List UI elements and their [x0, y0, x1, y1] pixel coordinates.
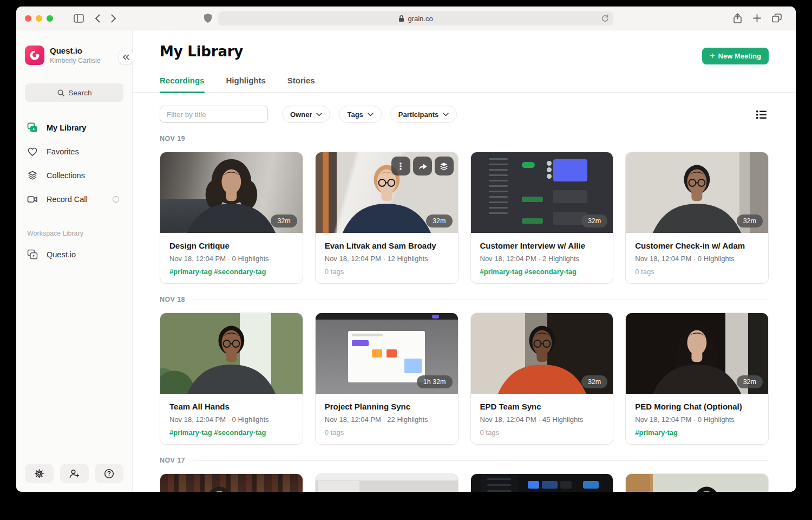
- add-to-collection-button[interactable]: [435, 157, 454, 176]
- privacy-shield-icon: [204, 13, 212, 25]
- tabs-icon: [772, 14, 782, 23]
- sidebar-item-label: My Library: [47, 123, 86, 132]
- collapse-sidebar-button[interactable]: [119, 50, 133, 64]
- recording-tags[interactable]: #primary-tag #secondary-tag: [169, 267, 293, 276]
- library-sections: NOV 19 32m Design Critique Nov 18, 12:04…: [160, 135, 769, 492]
- new-meeting-button[interactable]: + New Meeting: [702, 48, 769, 64]
- recording-card[interactable]: Team All Hands Nov 18, 12:04 PM · 0 High…: [160, 313, 303, 445]
- tags-filter-dropdown[interactable]: Tags: [339, 106, 381, 123]
- date-section: NOV 19 32m Design Critique Nov 18, 12:04…: [160, 135, 769, 284]
- recording-thumbnail: 32m: [626, 313, 768, 394]
- recording-tags[interactable]: #primary-tag: [635, 428, 759, 437]
- recording-card[interactable]: 32m EPD Team Sync Nov 18, 12:04 PM · 45 …: [470, 313, 614, 445]
- recordings-grid: 32m Design Critique Nov 18, 12:04 PM · 0…: [160, 152, 769, 284]
- sidebar-item-my-library[interactable]: My Library: [25, 116, 123, 140]
- filter-by-title-input[interactable]: [160, 106, 268, 123]
- more-options-button[interactable]: [391, 157, 410, 176]
- share-icon: [733, 13, 742, 24]
- duration-badge: 32m: [581, 375, 607, 388]
- close-window-button[interactable]: [25, 15, 31, 22]
- toggle-sidebar-button[interactable]: [74, 14, 84, 23]
- forward-button[interactable]: [111, 14, 116, 23]
- workspace-name: Quest.io: [50, 46, 101, 56]
- back-button[interactable]: [95, 14, 100, 23]
- date-divider: [193, 139, 769, 139]
- chevron-left-icon: [95, 14, 100, 23]
- recording-card[interactable]: 1h 32m Project Planning Sync Nov 18, 12:…: [315, 313, 459, 445]
- collections-layers-icon: [439, 161, 449, 171]
- recording-info: Customer Check-in w/ Adam Nov 18, 12:04 …: [626, 233, 768, 283]
- duration-badge: 32m: [737, 375, 763, 388]
- sidebar-item-label: Collections: [47, 171, 85, 180]
- zoom-window-button[interactable]: [47, 15, 53, 22]
- recording-card[interactable]: 32m PED Moring Chat (Optional) Nov 18, 1…: [625, 313, 769, 445]
- sidebar-item-workspace-questio[interactable]: Quest.io: [25, 243, 123, 266]
- gear-icon: [34, 469, 44, 479]
- duration-badge: 32m: [426, 214, 452, 227]
- recording-card[interactable]: [160, 473, 303, 492]
- recording-tags[interactable]: #primary-tag #secondary-tag: [480, 267, 604, 276]
- new-tab-button[interactable]: [753, 14, 761, 22]
- recording-card[interactable]: [625, 473, 769, 492]
- recording-card[interactable]: [315, 473, 459, 492]
- sidebar-icon: [74, 14, 84, 23]
- search-input[interactable]: Search: [25, 83, 123, 102]
- share-recording-button[interactable]: [413, 157, 432, 176]
- recording-thumbnail: More filters: [471, 474, 613, 492]
- plus-icon: +: [710, 51, 715, 61]
- recording-title: EPD Team Sync: [480, 401, 604, 412]
- layers-icon: [27, 170, 38, 181]
- recording-info: Project Planning Sync Nov 18, 12:04 PM ·…: [316, 394, 458, 444]
- list-view-icon: [756, 110, 767, 119]
- kebab-menu-icon: [396, 161, 405, 171]
- share-arrow-icon: [417, 161, 428, 171]
- date-header: NOV 18: [160, 296, 769, 303]
- sidebar-item-record-call[interactable]: Record Call: [25, 187, 123, 211]
- minimize-window-button[interactable]: [36, 15, 42, 22]
- recording-tags[interactable]: #primary-tag #secondary-tag: [169, 428, 293, 437]
- address-bar[interactable]: grain.co: [218, 11, 613, 25]
- question-icon: [104, 469, 114, 479]
- recording-card[interactable]: 32m Customer Check-in w/ Adam Nov 18, 12…: [625, 152, 769, 284]
- date-label: NOV 18: [160, 296, 185, 303]
- window-controls: [25, 15, 53, 22]
- recording-tags: 0 tags: [325, 428, 449, 437]
- sidebar-item-label: Record Call: [47, 195, 88, 204]
- date-header: NOV 19: [160, 135, 769, 142]
- shared-library-icon: [27, 249, 38, 260]
- chevron-down-icon: [368, 113, 374, 116]
- tab-overview-button[interactable]: [772, 14, 782, 23]
- sidebar: Quest.io Kimberly Carlisle Search My Lib…: [16, 30, 133, 492]
- participants-filter-dropdown[interactable]: Participants: [390, 106, 457, 123]
- settings-button[interactable]: [25, 464, 54, 483]
- recording-meta: Nov 18, 12:04 PM · 0 Highlights: [635, 254, 759, 263]
- recording-meta: Nov 18, 12:04 PM · 0 Highlights: [169, 415, 293, 424]
- workspace-switcher[interactable]: Quest.io Kimberly Carlisle: [25, 46, 123, 65]
- invite-member-button[interactable]: [60, 464, 89, 483]
- owner-filter-dropdown[interactable]: Owner: [282, 106, 330, 123]
- sidebar-item-favorites[interactable]: Favorites: [25, 140, 123, 164]
- sidebar-item-label: Quest.io: [47, 250, 76, 259]
- page-title: My Library: [160, 43, 769, 60]
- tab-recordings[interactable]: Recordings: [160, 76, 205, 92]
- list-view-toggle-button[interactable]: [754, 108, 769, 121]
- date-section: NOV 17 More filters: [160, 457, 769, 492]
- browser-window: grain.co: [16, 6, 796, 492]
- tab-stories[interactable]: Stories: [287, 76, 315, 92]
- new-meeting-label: New Meeting: [718, 52, 761, 60]
- recording-card[interactable]: 32m Design Critique Nov 18, 12:04 PM · 0…: [160, 152, 303, 284]
- recording-card[interactable]: 32m Evan Litvak and Sam Broady Nov 18, 1…: [315, 152, 459, 284]
- recording-info: Design Critique Nov 18, 12:04 PM · 0 Hig…: [160, 233, 303, 283]
- sidebar-item-collections[interactable]: Collections: [25, 164, 123, 187]
- tab-highlights[interactable]: Highlights: [226, 76, 266, 92]
- recording-card[interactable]: More filters: [470, 473, 614, 492]
- help-button[interactable]: [95, 464, 123, 483]
- recording-card[interactable]: 32m Customer Interview w/ Allie Nov 18, …: [470, 152, 614, 284]
- grain-logo-icon: [29, 49, 41, 61]
- recording-meta: Nov 18, 12:04 PM · 0 Highlights: [169, 254, 293, 263]
- recording-thumbnail: 32m: [160, 152, 303, 233]
- share-page-button[interactable]: [733, 13, 742, 24]
- reload-button[interactable]: [601, 14, 609, 24]
- workspace-logo: [25, 46, 44, 65]
- library-tabs: Recordings Highlights Stories: [133, 76, 796, 93]
